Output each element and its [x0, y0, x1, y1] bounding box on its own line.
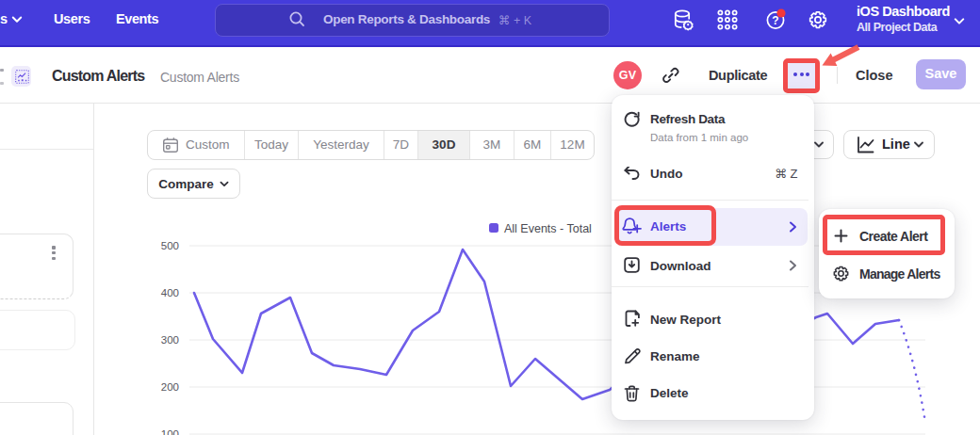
svg-text:500: 500 — [161, 240, 179, 251]
svg-text:100: 100 — [161, 428, 179, 435]
svg-text:200: 200 — [161, 381, 179, 393]
svg-text:400: 400 — [161, 287, 179, 298]
svg-text:300: 300 — [161, 334, 179, 346]
svg-text:?: ? — [772, 14, 778, 27]
